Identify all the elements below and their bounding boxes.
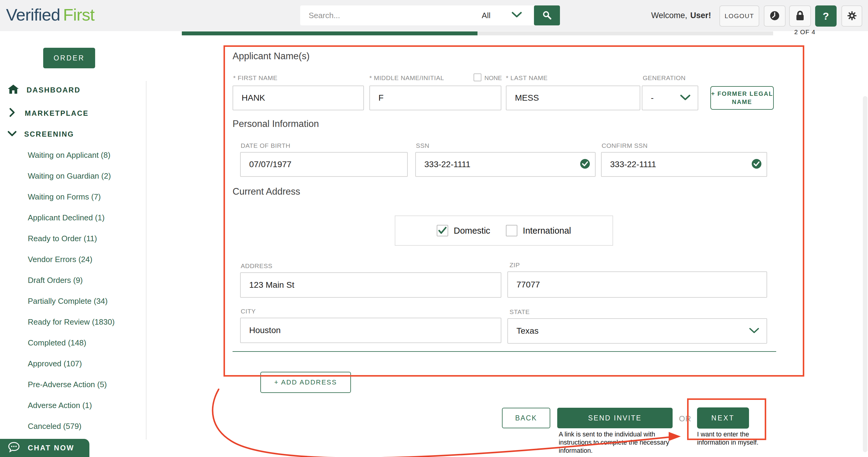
- generation-label: GENERATION: [643, 74, 686, 82]
- chevron-right-icon: [9, 108, 15, 119]
- sidebar-item-marketplace[interactable]: MARKETPLACE: [7, 108, 89, 119]
- generation-select[interactable]: -: [642, 86, 698, 110]
- help-button[interactable]: ?: [815, 5, 837, 27]
- search-input[interactable]: [300, 5, 482, 25]
- back-button[interactable]: BACK: [502, 408, 550, 428]
- scrollbar-thumb[interactable]: [863, 96, 867, 452]
- domestic-label: Domestic: [454, 226, 490, 236]
- domestic-checkbox[interactable]: [437, 225, 448, 236]
- confirm-ssn-input[interactable]: [601, 152, 767, 177]
- next-button[interactable]: NEXT: [697, 407, 749, 429]
- sidebar-item-waiting-on-forms[interactable]: Waiting on Forms (7): [28, 192, 101, 202]
- sidebar-item-label: DASHBOARD: [27, 86, 81, 94]
- top-bar: VerifiedFirst All Welcome, User! LOGOUT …: [0, 0, 868, 31]
- international-label: International: [523, 226, 571, 236]
- send-invite-note: A link is sent to the individual with in…: [559, 430, 680, 455]
- first-name-input[interactable]: [232, 86, 364, 110]
- city-input[interactable]: [240, 318, 501, 343]
- sidebar-item-waiting-on-guardian[interactable]: Waiting on Guardian (2): [28, 171, 111, 181]
- welcome-prefix: Welcome,: [651, 11, 687, 20]
- sidebar-item-vendor-errors[interactable]: Vendor Errors (24): [28, 255, 92, 264]
- last-name-label: * LAST NAME: [506, 74, 548, 82]
- chat-bubble-icon: [8, 441, 20, 454]
- sidebar-item-label: SCREENING: [24, 130, 74, 138]
- verified-first-logo: VerifiedFirst: [6, 5, 95, 25]
- last-name-input[interactable]: [506, 86, 640, 110]
- progress-bar-fill: [182, 31, 477, 35]
- confirm-ssn-label: CONFIRM SSN: [601, 142, 648, 149]
- sidebar-item-completed[interactable]: Completed (148): [28, 338, 86, 348]
- welcome-username: User!: [690, 11, 711, 20]
- dob-label: DATE OF BIRTH: [241, 142, 290, 149]
- order-button[interactable]: ORDER: [43, 48, 95, 68]
- clock-icon: [769, 10, 780, 22]
- sidebar-item-canceled[interactable]: Canceled (579): [28, 422, 82, 431]
- valid-check-icon: [580, 159, 590, 170]
- domestic-option: Domestic: [437, 225, 490, 236]
- welcome-message: Welcome, User!: [651, 0, 711, 31]
- chevron-down-icon: [7, 130, 17, 138]
- section-divider: [232, 351, 776, 352]
- chevron-down-icon: [680, 93, 690, 103]
- address-input[interactable]: [240, 272, 501, 298]
- state-value: Texas: [517, 326, 538, 336]
- none-checkbox[interactable]: [473, 74, 482, 81]
- sidebar-item-partially-complete[interactable]: Partially Complete (34): [28, 296, 107, 306]
- sidebar-item-pre-adverse-action[interactable]: Pre-Adverse Action (5): [28, 380, 107, 389]
- dob-input[interactable]: [240, 152, 408, 177]
- step-indicator: 2 OF 4: [779, 28, 815, 36]
- ssn-label: SSN: [416, 142, 430, 149]
- generation-value: -: [651, 93, 654, 103]
- search-button[interactable]: [534, 5, 560, 25]
- ssn-input[interactable]: [415, 152, 596, 177]
- sidebar-item-adverse-action[interactable]: Adverse Action (1): [28, 401, 92, 410]
- current-address-title: Current Address: [232, 186, 300, 197]
- sidebar-item-ready-to-order[interactable]: Ready to Order (11): [28, 234, 97, 243]
- international-checkbox[interactable]: [506, 225, 517, 236]
- logo-verified: Verified: [6, 5, 60, 24]
- address-label: ADDRESS: [241, 262, 272, 269]
- lock-button[interactable]: [789, 5, 811, 27]
- search-filter-dropdown[interactable]: All: [482, 11, 491, 20]
- first-name-label: * FIRST NAME: [233, 74, 278, 82]
- valid-check-icon: [751, 159, 762, 170]
- address-type-panel: Domestic International: [395, 216, 613, 246]
- zip-input[interactable]: [507, 272, 767, 298]
- middle-name-label: * MIDDLE NAME/INITIAL: [369, 74, 444, 82]
- chat-now-button[interactable]: CHAT NOW: [0, 439, 89, 457]
- sidebar-item-ready-for-review[interactable]: Ready for Review (1830): [28, 317, 115, 327]
- logout-button[interactable]: LOGOUT: [719, 5, 759, 27]
- lock-icon: [795, 10, 805, 22]
- zip-label: ZIP: [509, 261, 520, 269]
- confirm-ssn-field: [601, 152, 767, 177]
- sidebar-item-waiting-on-applicant[interactable]: Waiting on Applicant (8): [28, 150, 111, 160]
- search-icon: [542, 10, 552, 21]
- next-note: I want to enter the information in mysel…: [697, 430, 768, 447]
- search-bar: All: [300, 5, 560, 25]
- sidebar-item-draft-orders[interactable]: Draft Orders (9): [28, 276, 83, 285]
- sidebar-item-approved[interactable]: Approved (107): [28, 359, 82, 368]
- logo-first: First: [63, 5, 95, 24]
- chat-now-label: CHAT NOW: [28, 444, 74, 452]
- state-select[interactable]: Texas: [507, 318, 767, 344]
- sidebar-item-applicant-declined[interactable]: Applicant Declined (1): [28, 213, 104, 223]
- sidebar-item-dashboard[interactable]: DASHBOARD: [7, 84, 81, 96]
- former-legal-name-button[interactable]: + FORMER LEGAL NAME: [710, 86, 774, 110]
- sidebar-divider: [146, 81, 147, 439]
- settings-button[interactable]: [841, 5, 862, 27]
- international-option: International: [506, 225, 571, 236]
- add-address-button[interactable]: + ADD ADDRESS: [260, 372, 351, 393]
- chevron-down-icon[interactable]: [512, 12, 522, 19]
- middle-name-input[interactable]: [369, 86, 501, 110]
- home-icon: [7, 84, 19, 96]
- sidebar-item-screening[interactable]: SCREENING: [7, 130, 74, 138]
- history-button[interactable]: [764, 5, 785, 27]
- applicant-names-title: Applicant Name(s): [232, 51, 310, 62]
- state-label: STATE: [509, 308, 530, 316]
- none-label: NONE: [485, 75, 502, 82]
- progress-bar: [182, 31, 773, 35]
- city-label: CITY: [241, 308, 256, 315]
- ssn-field: [415, 152, 596, 177]
- sidebar-item-label: MARKETPLACE: [25, 109, 89, 118]
- send-invite-button[interactable]: SEND INVITE: [557, 408, 673, 428]
